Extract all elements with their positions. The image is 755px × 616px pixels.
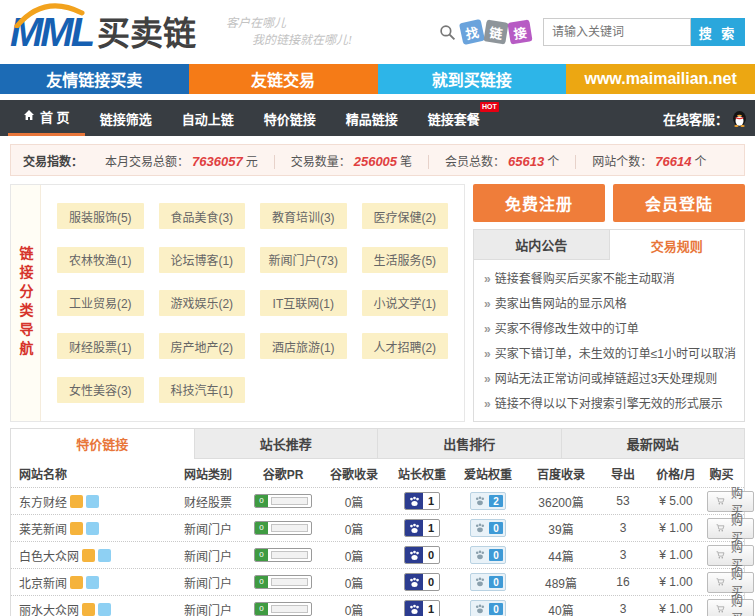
stat-value: 76614 bbox=[655, 154, 691, 169]
outlinks-cell: 53 bbox=[601, 494, 645, 508]
buy-button[interactable]: 购买 bbox=[707, 572, 754, 593]
search-button[interactable]: 搜 索 bbox=[691, 18, 745, 46]
banner-segment: 友链交易 bbox=[189, 64, 378, 94]
site-name-cell: 莱芜新闻 bbox=[19, 520, 169, 537]
site-name-link[interactable]: 莱芜新闻 bbox=[19, 520, 67, 537]
stat-name: 会员总数： bbox=[445, 155, 505, 169]
category-button[interactable]: IT互联网(1) bbox=[260, 290, 347, 316]
baidu-index-cell: 39篇 bbox=[521, 520, 601, 537]
buy-cell: 购买 bbox=[707, 572, 754, 593]
online-service: 在线客服： bbox=[663, 100, 747, 136]
category-button[interactable]: 生活服务(5) bbox=[362, 247, 449, 273]
nav-item[interactable]: 首 页 bbox=[8, 100, 85, 136]
banner-segment: 友情链接买卖 bbox=[0, 64, 189, 94]
aizhan-weight-badge: 0 bbox=[470, 519, 506, 537]
category-button[interactable]: 新闻门户(73) bbox=[260, 247, 347, 273]
chinaz-weight-badge: 1 bbox=[404, 492, 440, 510]
site-name-link[interactable]: 东方财经 bbox=[19, 493, 67, 510]
nav-item[interactable]: 精品链接 bbox=[331, 100, 413, 136]
site-name-link[interactable]: 白色大众网 bbox=[19, 547, 79, 564]
column-header: 谷歌PR bbox=[247, 465, 319, 482]
buy-button[interactable]: 购买 bbox=[707, 599, 754, 616]
pr-value: 0 bbox=[255, 549, 268, 561]
category-button[interactable]: 食品美食(3) bbox=[159, 203, 246, 229]
category-button[interactable]: 人才招聘(2) bbox=[362, 333, 449, 359]
chinaz-weight-cell: 0 bbox=[389, 546, 455, 564]
login-button[interactable]: 会员登陆 bbox=[613, 184, 745, 222]
notice-tab[interactable]: 交易规则 bbox=[609, 230, 745, 260]
site-name-link[interactable]: 北京新闻 bbox=[19, 574, 67, 591]
buy-button[interactable]: 购买 bbox=[707, 545, 754, 566]
cart-icon bbox=[716, 576, 725, 588]
banner-segment: www.maimailian.net bbox=[566, 64, 755, 94]
category-button[interactable]: 小说文学(1) bbox=[362, 290, 449, 316]
chinaz-weight-badge: 0 bbox=[404, 573, 440, 591]
listing-tab[interactable]: 最新网站 bbox=[561, 429, 745, 459]
rule-text: 买家下错订单，未生效的订单≤1小时可以取消 bbox=[495, 347, 736, 361]
google-index-cell: 0篇 bbox=[319, 601, 389, 616]
category-button[interactable]: 游戏娱乐(2) bbox=[159, 290, 246, 316]
account-buttons: 免费注册 会员登陆 bbox=[473, 184, 745, 222]
header: MML 买卖链 客户在哪儿 我的链接就在哪儿! 找链接 搜 索 bbox=[0, 0, 755, 64]
buy-button[interactable]: 购买 bbox=[707, 518, 754, 539]
aizhan-weight-value: 0 bbox=[489, 522, 503, 534]
aizhan-weight-badge: 0 bbox=[470, 546, 506, 564]
price-cell: ¥ 1.00 bbox=[645, 602, 707, 616]
aizhan-weight-badge: 0 bbox=[470, 573, 506, 591]
logo[interactable]: MML 买卖链 bbox=[10, 12, 196, 52]
pr-track bbox=[271, 524, 308, 532]
listing-tab[interactable]: 出售排行 bbox=[377, 429, 561, 459]
aizhan-weight-cell: 0 bbox=[455, 573, 521, 591]
register-button[interactable]: 免费注册 bbox=[473, 184, 605, 222]
stat-name: 本月交易总额： bbox=[105, 155, 189, 169]
rule-text: 链接套餐购买后买家不能主动取消 bbox=[495, 272, 675, 286]
buy-button[interactable]: 购买 bbox=[707, 491, 754, 512]
nav-item[interactable]: 链接套餐 HOT bbox=[413, 100, 495, 136]
stat-items: 本月交易总额：7636057元交易数量：256005笔会员总数：65613个网站… bbox=[89, 152, 722, 169]
listing-tab[interactable]: 站长推荐 bbox=[194, 429, 378, 459]
promo-orange-icon bbox=[82, 603, 95, 616]
aizhan-weight-cell: 2 bbox=[455, 492, 521, 510]
column-header: 价格/月 bbox=[645, 465, 707, 482]
search-area: 找链接 搜 索 bbox=[439, 18, 745, 46]
category-button[interactable]: 教育培训(3) bbox=[260, 203, 347, 229]
main-nav: 首 页 链接筛选 自动上链 特价链接 精品链接 链接套餐 HOT 在线客服： bbox=[0, 100, 755, 136]
site-name-link[interactable]: 丽水大众网 bbox=[19, 601, 79, 616]
pr-track bbox=[271, 605, 308, 613]
stat-item: 会员总数：65613个 bbox=[428, 155, 575, 169]
rule-item: »链接不得以以下对搜索引擎无效的形式展示 bbox=[484, 392, 734, 417]
notice-tab[interactable]: 站内公告 bbox=[474, 230, 609, 260]
listing-tab[interactable]: 特价链接 bbox=[11, 429, 194, 459]
category-button[interactable]: 农林牧渔(1) bbox=[57, 247, 144, 273]
paw-icon bbox=[405, 547, 423, 563]
category-button[interactable]: 女性美容(3) bbox=[57, 377, 144, 403]
nav-item[interactable]: 自动上链 bbox=[167, 100, 249, 136]
site-category-cell: 财经股票 bbox=[169, 493, 247, 510]
category-button[interactable]: 论坛博客(1) bbox=[159, 247, 246, 273]
category-button[interactable]: 房产地产(2) bbox=[159, 333, 246, 359]
nav-item[interactable]: 特价链接 bbox=[249, 100, 331, 136]
promo-orange-icon bbox=[70, 576, 83, 589]
category-button[interactable]: 工业贸易(2) bbox=[57, 290, 144, 316]
pr-meter: 0 bbox=[254, 521, 312, 535]
category-side-text: 链接分类导航 bbox=[16, 246, 36, 360]
category-button[interactable]: 财经股票(1) bbox=[57, 333, 144, 359]
category-button[interactable]: 科技汽车(1) bbox=[159, 377, 246, 403]
rule-text: 网站无法正常访问或掉链超过3天处理规则 bbox=[495, 372, 718, 386]
category-panel: 链接分类导航 服装服饰(5)食品美食(3)教育培训(3)医疗保健(2)农林牧渔(… bbox=[10, 184, 465, 422]
category-button[interactable]: 服装服饰(5) bbox=[57, 203, 144, 229]
category-button[interactable]: 医疗保健(2) bbox=[362, 203, 449, 229]
bullet-icon: » bbox=[484, 322, 491, 336]
category-button[interactable]: 酒店旅游(1) bbox=[260, 333, 347, 359]
search-input[interactable] bbox=[543, 18, 691, 46]
nav-item[interactable]: 链接筛选 bbox=[85, 100, 167, 136]
paw-icon bbox=[471, 547, 489, 563]
table-header: 网站名称网站类别谷歌PR谷歌收录站长权重爱站权重百度收录导出价格/月购买 bbox=[11, 459, 744, 487]
qq-icon[interactable] bbox=[732, 110, 747, 127]
buy-cell: 购买 bbox=[707, 599, 754, 616]
aizhan-weight-cell: 0 bbox=[455, 600, 521, 616]
google-index-cell: 0篇 bbox=[319, 547, 389, 564]
outlinks-cell: 3 bbox=[601, 602, 645, 616]
bullet-icon: » bbox=[484, 347, 491, 361]
buy-cell: 购买 bbox=[707, 545, 754, 566]
